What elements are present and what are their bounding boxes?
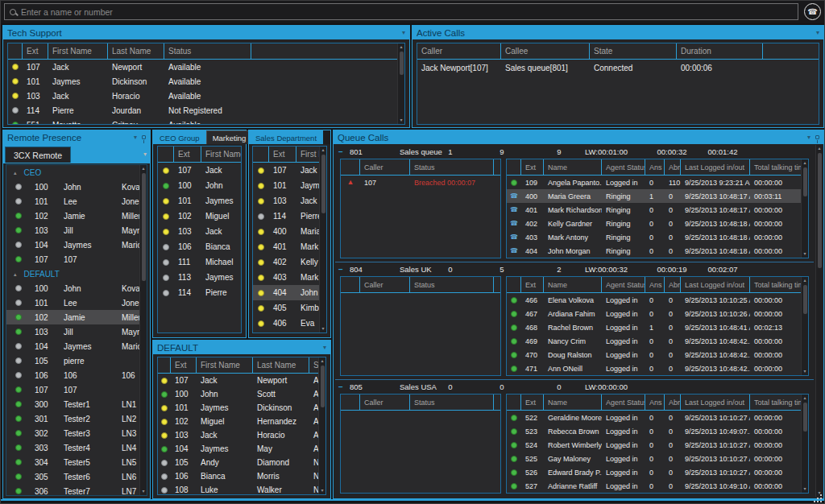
table-row[interactable]: 469Nancy CrimLogged in009/25/2013 10:48:…	[507, 334, 801, 348]
pin-icon[interactable]	[815, 135, 819, 139]
column-header[interactable]: Last Name	[253, 357, 309, 373]
table-row[interactable]: 114Pierre	[158, 285, 241, 300]
queue-summary-row[interactable]: −804Sales UK052LW:00:00:3200:00:1900:02:…	[335, 262, 814, 275]
queue-summary-row[interactable]: −805Sales USA000LW:00:00:00	[335, 380, 814, 393]
table-row[interactable]: 101Jaymes	[158, 193, 241, 209]
column-header[interactable]: Status	[410, 159, 494, 175]
presence-row[interactable]: 106106106	[6, 368, 139, 382]
presence-row[interactable]: 101LeeJones	[6, 295, 139, 310]
tab-3cx-remote[interactable]: 3CX Remote	[5, 147, 71, 163]
table-row[interactable]: 114Pierre	[253, 209, 319, 224]
scrollbar-thumb[interactable]	[803, 285, 807, 314]
scroll-down-icon[interactable]: ▾	[803, 251, 806, 257]
column-header[interactable]: Total talking time	[750, 277, 801, 292]
scrollbar[interactable]: ▴▾	[397, 43, 404, 124]
table-row[interactable]: 100JohnScottAvai	[158, 387, 318, 401]
table-row[interactable]: 107Jack	[158, 163, 241, 178]
collapse-icon[interactable]: −	[335, 382, 346, 391]
column-header[interactable]: Abn	[665, 277, 681, 292]
column-header[interactable]: Ext	[269, 147, 296, 162]
presence-row[interactable]: 103JillMaynard	[6, 324, 139, 339]
table-row[interactable]: ▲107Breached 00:00:07	[341, 176, 500, 189]
scroll-up-icon[interactable]: ▴	[818, 146, 820, 151]
column-header[interactable]: Ans	[645, 395, 665, 410]
column-header[interactable]: First Name	[197, 357, 253, 373]
scroll-down-icon[interactable]: ▾	[818, 490, 820, 496]
column-header[interactable]: Status	[309, 357, 318, 373]
column-header[interactable]: Ans	[645, 277, 665, 292]
column-header[interactable]: Ext	[174, 147, 201, 162]
presence-row[interactable]: 102JamieMiller	[6, 310, 139, 324]
presence-row[interactable]: 104JaymesMarion	[6, 339, 139, 353]
table-row[interactable]: 402Kelly	[253, 254, 319, 270]
presence-row[interactable]: 305Tester6LN6	[6, 469, 139, 484]
presence-row[interactable]: 304Tester5LN5	[6, 455, 139, 469]
tab-ceo-group[interactable]: CEO Group	[153, 130, 206, 144]
column-header[interactable]: Total talking time	[750, 159, 801, 175]
table-row[interactable]: 401Mark	[253, 239, 319, 254]
scrollbar[interactable]: ▴▾	[139, 165, 147, 495]
chevron-down-icon[interactable]: ▾	[807, 134, 810, 141]
column-header[interactable]: Agent Status	[602, 395, 645, 410]
presence-row[interactable]: 102JamieMiller	[6, 209, 139, 223]
column-header[interactable]: First Name	[48, 43, 108, 59]
table-row[interactable]: 404John	[253, 285, 319, 300]
chevron-down-icon[interactable]: ▾	[816, 30, 819, 36]
scroll-up-icon[interactable]: ▴	[803, 278, 806, 283]
presence-group-header[interactable]: ▴CEO	[6, 165, 139, 180]
table-row[interactable]: 106Bianca	[158, 239, 241, 254]
table-row[interactable]: 114PierreJourdanNot Registered	[8, 103, 397, 118]
scroll-up-icon[interactable]: ▴	[803, 395, 806, 401]
scroll-down-icon[interactable]: ▾	[803, 369, 806, 374]
column-header[interactable]: Status	[410, 277, 494, 292]
presence-row[interactable]: 107107	[6, 382, 139, 397]
table-row[interactable]: ☎403Mark AntonyRinging009/25/2013 10:48:…	[507, 230, 801, 244]
table-row[interactable]: 527Adrianne RatliffLogged in009/25/2013 …	[507, 479, 801, 493]
table-row[interactable]: 109Angela Papanto...Logged in01109/25/20…	[507, 176, 801, 189]
presence-row[interactable]: 302Tester3LN3	[6, 426, 139, 440]
presence-row[interactable]: 103JillMaynard	[6, 223, 139, 238]
column-header[interactable]: Ext	[171, 357, 197, 373]
table-row[interactable]: Jack Newport[107]Sales queue[801]Connect…	[417, 60, 819, 76]
search-input[interactable]	[21, 7, 793, 17]
column-header[interactable]: Last Logged in/out	[681, 395, 750, 410]
scrollbar-thumb[interactable]	[321, 155, 325, 213]
table-row[interactable]: ☎400Maria GreeraRinging109/25/2013 10:48…	[507, 189, 801, 203]
column-header[interactable]: Last Name	[108, 43, 164, 59]
scrollbar[interactable]: ▴▾	[801, 395, 808, 493]
scroll-down-icon[interactable]: ▾	[142, 489, 144, 494]
table-row[interactable]: ☎404John MorganRinging009/25/2013 10:48:…	[507, 244, 801, 258]
search-box[interactable]	[4, 3, 798, 20]
scroll-down-icon[interactable]: ▾	[803, 486, 806, 492]
presence-row[interactable]: 300Tester1LN1	[6, 397, 139, 411]
chevron-down-icon[interactable]: ▾	[323, 345, 326, 351]
table-row[interactable]: 403Mark	[253, 270, 319, 285]
column-header[interactable]: Name	[544, 159, 602, 175]
table-row[interactable]: 103Jack	[253, 193, 319, 209]
table-row[interactable]: 405Kimberly	[253, 300, 319, 316]
table-row[interactable]: 113Jaymes	[158, 270, 241, 285]
column-header[interactable]: Duration	[677, 43, 763, 59]
presence-row[interactable]: 100JohnKovacs	[6, 281, 139, 295]
presence-row[interactable]: 105pierre	[6, 353, 139, 368]
column-header[interactable]: State	[590, 43, 677, 59]
dialer-button[interactable]: ☎	[804, 3, 821, 20]
presence-row[interactable]: 107107	[6, 252, 139, 266]
column-header[interactable]: Agent Status	[602, 277, 645, 292]
table-row[interactable]: 524Robert WimberlyLogged in009/25/2013 1…	[507, 438, 801, 452]
table-row[interactable]: 100John	[158, 178, 241, 193]
column-header[interactable]: Callee	[501, 43, 590, 59]
presence-row[interactable]: 303Tester4LN4	[6, 440, 139, 455]
table-row[interactable]: 522Geraldine MooreLogged in009/25/2013 1…	[507, 411, 801, 424]
table-row[interactable]: 467Ardiana FahimLogged in009/25/2013 10:…	[507, 307, 801, 320]
table-row[interactable]: 103JackHoracioAvailable	[8, 89, 397, 103]
scroll-up-icon[interactable]: ▴	[321, 358, 323, 364]
column-header[interactable]: Status	[410, 395, 494, 410]
column-header[interactable]: Caller	[360, 159, 410, 175]
presence-row[interactable]: 100JohnKovacs	[6, 180, 139, 194]
scrollbar-track[interactable]	[400, 50, 404, 118]
table-row[interactable]: 105AndyDiamondNot	[158, 456, 318, 469]
column-header[interactable]: Last Logged in/out	[681, 277, 750, 292]
column-header[interactable]: Caller	[360, 277, 410, 292]
column-header[interactable]: Ext	[521, 395, 544, 410]
